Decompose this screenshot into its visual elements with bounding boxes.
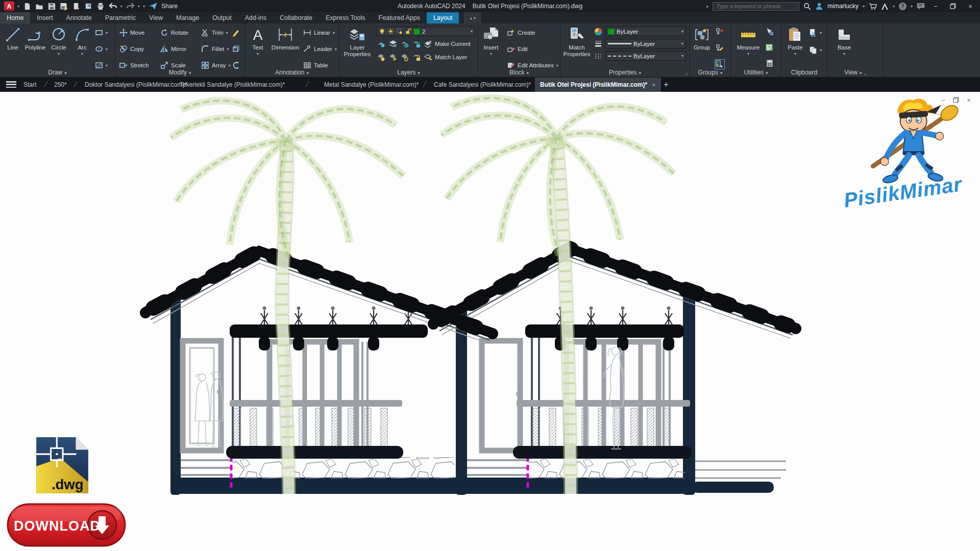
panel-utilities-label[interactable]: Utilities▾ [731,69,781,76]
ribbon-display-toggle[interactable]: ▴▾ [464,12,481,23]
text-button[interactable]: A Text ▾ [246,27,270,76]
doc-tab-tekerlekli[interactable]: Tekerlekli Sandalye (PislikMimar.com)* [175,78,290,92]
quick-select-tool[interactable] [766,28,774,36]
ellipse-tool[interactable]: ▾ [95,45,108,53]
search-expand-caret[interactable]: ▸ [706,4,708,9]
publish-icon[interactable] [84,2,93,11]
tab-collaborate[interactable]: Collaborate [273,12,319,23]
group-selection-toggle[interactable] [715,59,725,69]
ungroup-tool[interactable] [716,28,724,36]
share-icon[interactable] [148,2,157,11]
leader-tool[interactable]: Leader▾ [303,45,337,53]
panel-layers-label[interactable]: Layers▾ [339,69,478,76]
measure-caret[interactable]: ▾ [747,52,749,56]
user-icon[interactable] [815,2,823,10]
save-icon[interactable] [47,2,56,11]
mirror-button[interactable]: Mirror [160,45,186,53]
text-caret[interactable]: ▾ [257,52,259,56]
panel-block-label[interactable]: Block▾ [478,69,560,76]
paste-button[interactable]: Paste ▾ [783,27,807,76]
quick-calc-select-tool[interactable] [766,44,774,52]
circle-button[interactable]: Circle ▾ [47,27,70,76]
calculator-tool[interactable] [766,59,774,67]
trim-button[interactable]: Trim▾ [201,29,228,37]
insert-button[interactable]: Insert ▾ [479,27,503,76]
panel-clipboard-label[interactable]: Clipboard [781,69,827,76]
cart-icon[interactable] [869,3,877,10]
linear-tool[interactable]: Linear▾ [303,29,335,37]
polyline-button[interactable]: Polyline [23,27,47,76]
autodesk-app-icon[interactable] [881,3,889,10]
match-layer-button[interactable]: Match Layer [424,53,467,61]
save-as-icon[interactable] [59,2,68,11]
username[interactable]: mimarlucky [827,3,859,10]
panel-annotation-label[interactable]: Annotation▾ [245,69,339,76]
redo-caret[interactable]: ▾ [138,4,140,9]
base-caret[interactable]: ▾ [843,52,845,56]
open-folder-icon[interactable] [35,2,44,11]
fillet-button[interactable]: Fillet▾ [201,45,229,53]
copy-clip-tool[interactable]: ▾ [809,46,822,54]
doc-tab-cafe[interactable]: Cafe Sandalyesi (PislikMimar.com)* [429,78,536,92]
tab-manage[interactable]: Manage [169,12,206,23]
tab-add-ins[interactable]: Add-ins [238,12,273,23]
drawing-canvas[interactable]: − × [0,92,980,551]
copy-button[interactable]: Copy [119,45,144,53]
rectangle-tool[interactable]: ▾ [95,29,108,37]
paste-caret[interactable]: ▾ [794,52,796,56]
doc-tab-butik-active[interactable]: Butik Otel Projesi (PislikMimar.com)* × [535,78,661,92]
tab-featured-apps[interactable]: Featured Apps [372,12,427,23]
tab-output[interactable]: Output [206,12,238,23]
group-button[interactable]: Group [690,27,714,76]
layer-select-combo[interactable]: 2 ▾ [376,27,475,36]
stretch-button[interactable]: Stretch [119,61,149,69]
base-button[interactable]: Base ▾ [832,27,856,76]
feedback-icon[interactable] [917,3,925,10]
group-edit-tool[interactable] [716,44,724,52]
properties-dialog-launcher[interactable]: ⌟ [685,70,688,76]
download-button[interactable]: DOWNLOAD [6,503,127,548]
undo-icon[interactable] [108,2,117,11]
edit-attributes-button[interactable]: Edit Attributes▾ [507,61,558,69]
arc-button[interactable]: Arc ▾ [70,27,94,76]
apps-caret[interactable]: ▾ [893,4,895,9]
explode-tool[interactable] [232,45,240,53]
search-icon[interactable] [803,3,811,10]
panel-draw-label[interactable]: Draw▾ [0,69,115,76]
panel-view-label[interactable]: View▾⌟ [827,69,883,76]
join-tool[interactable] [232,61,240,69]
scale-button[interactable]: Scale [160,61,186,69]
doc-tab-250[interactable]: 250* [49,78,72,92]
print-icon[interactable] [96,2,105,11]
insert-caret[interactable]: ▾ [490,52,492,56]
tab-layout[interactable]: Layout [427,12,459,23]
measure-button[interactable]: Measure ▾ [735,27,762,76]
undo-caret[interactable]: ▾ [120,4,122,9]
close-button[interactable]: × [964,1,977,12]
panel-properties-label[interactable]: Properties▾ [560,69,690,76]
plot-icon[interactable] [71,2,81,11]
make-current-button[interactable]: Make Current [424,40,471,48]
cut-tool[interactable]: ▾ [809,29,822,37]
layer-properties-button[interactable]: Layer Properties [341,27,373,76]
qat-customize-caret[interactable]: ▾ [143,4,145,9]
block-create-button[interactable]: Create [507,29,535,37]
erase-tool[interactable] [232,29,240,37]
menu-hamburger-icon[interactable] [6,81,16,88]
autocad-logo[interactable]: A [4,2,14,11]
panel-modify-label[interactable]: Modify▾ [115,69,244,76]
new-file-icon[interactable] [22,2,32,11]
app-menu-caret[interactable]: ▾ [17,4,19,9]
share-label[interactable]: Share [161,3,178,10]
user-menu-caret[interactable]: ▾ [863,4,865,9]
minimize-button[interactable]: − [929,1,942,12]
tab-close-icon[interactable]: × [652,81,656,89]
layer-tools-row1[interactable] [377,40,421,48]
rotate-button[interactable]: Rotate [160,29,188,37]
hatch-tool[interactable]: ▾ [95,61,108,69]
restore-button[interactable] [946,1,960,12]
array-button[interactable]: Array▾ [201,61,231,69]
tab-home[interactable]: Home [0,12,30,23]
layer-tools-row2[interactable] [377,53,421,61]
doc-tab-start[interactable]: Start [18,78,41,92]
